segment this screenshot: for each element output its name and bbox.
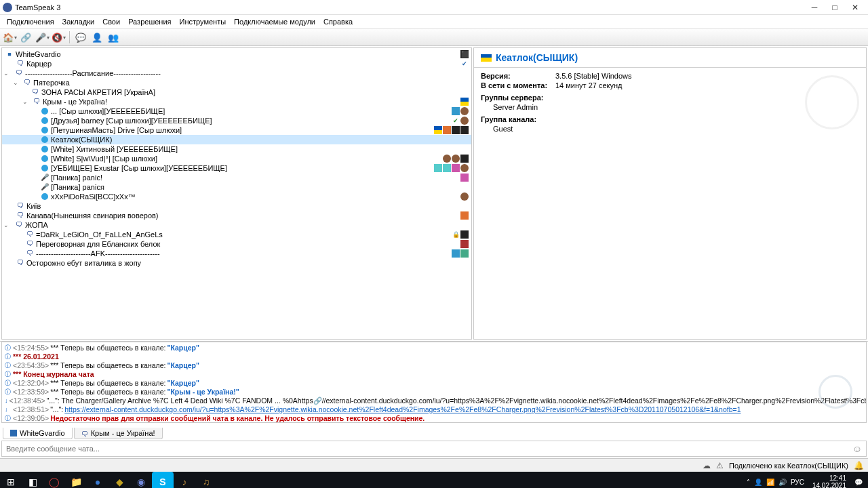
collapse-icon[interactable]: ⌄ — [21, 97, 29, 106]
badge-icon — [460, 240, 469, 248]
client-node-selected[interactable]: Кеатлок(СЫЩИК) — [2, 135, 471, 144]
teamspeak-logo — [805, 75, 859, 129]
channel-node[interactable]: Осторожно ебут виталика в жопу — [2, 258, 471, 268]
channel-node[interactable]: ⌄Пятерочка — [2, 78, 471, 87]
tray-clock[interactable]: 12:41 14.02.2021 — [808, 474, 850, 488]
channel-node[interactable]: ЗОНА РАСЫ АКРЕТИЯ [УкраїнА] — [2, 87, 471, 97]
server-node[interactable]: WhiteGvardio⬛ — [2, 49, 471, 59]
start-button[interactable]: ⊞ — [0, 472, 22, 488]
client-node[interactable]: [Паника] panicя — [2, 182, 471, 192]
label-version: Версия: — [481, 72, 555, 80]
channel-node[interactable]: ⌄Крым - це Україна! — [2, 97, 471, 106]
client-node[interactable]: [Друзья] barney [Сыр шлюхи][УЕЕЕЕЕЕБИЩЕ] — [2, 116, 471, 125]
collapse-icon[interactable]: ⌄ — [2, 68, 10, 78]
emoji-button[interactable]: ☺ — [852, 443, 862, 454]
badge-icon — [460, 211, 469, 220]
channel-node[interactable]: Переговорная для Ебланских белок — [2, 239, 471, 249]
channel-icon — [14, 68, 24, 78]
info-icon: ⓘ — [5, 414, 12, 423]
chat-input-bar: ☺ — [1, 441, 867, 457]
collapse-icon[interactable]: ⌄ — [2, 220, 10, 230]
window-title: TeamSpeak 3 — [15, 3, 60, 12]
channel-icon — [16, 258, 25, 268]
minimize-button[interactable]: ─ — [804, 1, 825, 14]
tray-chevron-icon[interactable]: ˄ — [747, 479, 750, 486]
taskbar-app-explorer[interactable]: 📁 — [65, 472, 87, 488]
menu-permissions[interactable]: Разрешения — [124, 16, 175, 27]
client-node[interactable]: [White] Хитиновый [УЕЕЕЕЕЕБИЩЕ] — [2, 144, 471, 154]
value-channel-group: Guest — [493, 125, 859, 133]
client-node[interactable]: [White] S|w\Vud|°| [Сыр шлюхи] — [2, 154, 471, 163]
tray-notifications-icon[interactable]: 💬 — [854, 479, 863, 486]
client-icon — [41, 108, 48, 115]
client-node[interactable]: [УЕБИЩЕЕ] Exustar [Сыр шлюхи][УЕЕЕЕЕЕБИЩ… — [2, 163, 471, 173]
mic-muted-icon — [40, 182, 50, 192]
tray-volume-icon[interactable]: 🔊 — [778, 479, 787, 486]
client-node[interactable]: xXxPiDoRaSi[BCC]xXx™ — [2, 192, 471, 201]
cloud-icon[interactable]: ☁ — [703, 461, 711, 470]
chat-tabs: WhiteGvardio Крым - це Україна! — [0, 424, 868, 439]
toolbar-separator — [69, 31, 70, 43]
away-button[interactable]: 🔗 — [19, 30, 33, 44]
teamspeak-watermark — [818, 375, 852, 409]
menu-help[interactable]: Справка — [319, 16, 357, 27]
contacts-button[interactable]: 👤 — [90, 30, 104, 44]
chat-log[interactable]: ⓘ<15:24:55> *** Теперь вы общаетесь в ка… — [1, 342, 867, 423]
server-icon — [5, 49, 14, 59]
mute-speaker-button[interactable]: 🔇 — [52, 30, 65, 44]
notification-icon[interactable]: 🔔 — [854, 461, 864, 470]
app-icon — [3, 3, 12, 12]
chat-input[interactable] — [6, 445, 852, 453]
badge-icon — [460, 230, 469, 239]
taskbar-app[interactable]: ◆ — [108, 472, 130, 488]
channel-node[interactable]: ----------------------AFK---------------… — [2, 249, 471, 258]
task-view-button[interactable]: ◧ — [22, 472, 43, 488]
label-online: В сети с момента: — [481, 81, 555, 89]
client-node[interactable]: [ПетушинаяМасть] Drive [Сыр шлюхи] — [2, 125, 471, 135]
tray-lang[interactable]: РУС — [791, 479, 804, 486]
chat-link[interactable]: https://external-content.duckduckgo.com/… — [64, 405, 741, 414]
badge-icon — [460, 155, 469, 163]
warning-icon[interactable]: ⚠ — [716, 461, 724, 470]
channel-icon — [14, 220, 24, 230]
channel-icon — [16, 59, 25, 68]
tray-people-icon[interactable]: 👤 — [754, 479, 762, 486]
client-icon — [41, 127, 48, 134]
taskbar-app[interactable]: ♪ — [174, 472, 195, 488]
connect-button[interactable]: 🏠 — [3, 30, 16, 44]
client-node[interactable]: [Паника] panic! — [2, 173, 471, 182]
tray-wifi-icon[interactable]: 📶 — [766, 479, 774, 486]
badge-icon — [460, 126, 469, 134]
server-tree[interactable]: WhiteGvardio⬛ Карцер✔ ⌄-----------------… — [1, 47, 472, 340]
taskbar-app[interactable]: ● — [87, 472, 108, 488]
info-icon: ⓘ — [5, 344, 12, 352]
close-button[interactable]: ✕ — [845, 1, 865, 14]
menu-connections[interactable]: Подключения — [3, 16, 58, 27]
channel-node[interactable]: Київ — [2, 201, 471, 211]
channel-node[interactable]: Карцер✔ — [2, 59, 471, 68]
channel-node[interactable]: ⌄-------------------Расписание----------… — [2, 68, 471, 78]
channel-node[interactable]: ⌄ЖОПА — [2, 220, 471, 230]
menu-plugins[interactable]: Подключаемые модули — [230, 16, 319, 27]
taskbar-app[interactable]: ◯ — [43, 472, 65, 488]
tab-channel[interactable]: Крым - це Україна! — [74, 428, 163, 439]
whisper-button[interactable]: 👥 — [106, 30, 120, 44]
taskbar-app[interactable]: ♫ — [195, 472, 217, 488]
client-icon — [41, 117, 48, 124]
collapse-icon[interactable]: ⌄ — [12, 78, 20, 87]
taskbar-app-discord[interactable]: ◉ — [130, 472, 152, 488]
menu-bookmarks[interactable]: Закладки — [58, 16, 99, 27]
client-node[interactable]: ... [Сыр шлюхи][УЕЕЕЕЕЕБИЩЕ] — [2, 106, 471, 116]
menu-bar: Подключения Закладки Свои Разрешения Инс… — [0, 15, 868, 28]
badge-icon — [460, 249, 469, 258]
tab-server[interactable]: WhiteGvardio — [3, 428, 73, 439]
taskbar-app-skype[interactable]: S — [152, 472, 174, 488]
maximize-button[interactable]: □ — [825, 1, 845, 14]
mute-mic-button[interactable]: 🎤 — [35, 30, 49, 44]
channel-node[interactable]: =DaRk_LeGiOn_Of_FaLLeN_AnGeLs — [2, 230, 471, 239]
channel-node[interactable]: Канава(Нынешняя свинария воверов) — [2, 211, 471, 220]
menu-tools[interactable]: Инструменты — [176, 16, 231, 27]
menu-self[interactable]: Свои — [98, 16, 124, 27]
badge-icon — [452, 155, 460, 163]
chat-button[interactable]: 💬 — [74, 30, 87, 44]
